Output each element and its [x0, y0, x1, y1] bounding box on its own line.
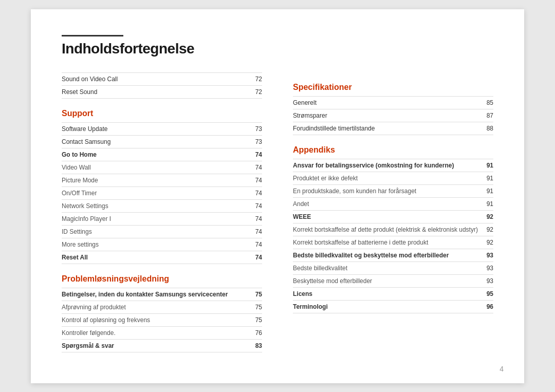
table-row: Bedste billedkvalitet93 — [293, 262, 493, 274]
entry-label: Network Settings — [62, 199, 239, 212]
top-entries-table: Sound on Video Call72Reset Sound72 — [62, 72, 262, 99]
entry-label: Contact Samsung — [62, 135, 239, 148]
entry-page: 72 — [242, 72, 262, 85]
section-heading: Problemløsningsvejledning — [62, 274, 262, 284]
entry-label: Bedste billedkvalitet — [293, 262, 486, 274]
entry-page: 92 — [486, 210, 493, 223]
table-row: Picture Mode74 — [62, 174, 262, 186]
entry-label: Licens — [293, 287, 486, 300]
entry-label: Video Wall — [62, 161, 239, 174]
table-row: Video Wall74 — [62, 161, 262, 174]
table-row: Terminologi96 — [293, 300, 493, 313]
table-row: On/Off Timer74 — [62, 186, 262, 199]
table-row: En produktskade, som kunden har forårsag… — [293, 184, 493, 197]
content-grid: Sound on Video Call72Reset Sound72 Suppo… — [62, 72, 493, 358]
table-row: Network Settings74 — [62, 199, 262, 212]
section-table: Betingelser, inden du kontakter Samsungs… — [62, 288, 262, 352]
entry-label: Terminologi — [293, 300, 486, 313]
entry-page: 76 — [254, 326, 262, 339]
entry-label: Afprøvning af produktet — [62, 301, 254, 313]
table-row: Korrekt bortskaffelse af dette produkt (… — [293, 223, 493, 236]
entry-page: 91 — [486, 159, 493, 172]
table-row: Reset Sound72 — [62, 85, 262, 98]
entry-page: 92 — [486, 236, 493, 249]
section-heading: Specifikationer — [293, 83, 493, 92]
entry-page: 75 — [254, 288, 262, 301]
page: Indholdsfortegnelse Sound on Video Call7… — [31, 9, 524, 383]
entry-label: ID Settings — [62, 225, 239, 238]
table-row: Generelt85 — [293, 96, 493, 109]
entry-label: Spørgsmål & svar — [62, 339, 254, 352]
table-row: WEEE92 — [293, 210, 493, 223]
entry-page: 74 — [239, 212, 262, 225]
entry-label: Sound on Video Call — [62, 72, 242, 85]
section-heading: Appendiks — [293, 145, 493, 155]
table-row: Beskyttelse mod efterbilleder93 — [293, 274, 493, 287]
entry-label: Reset Sound — [62, 85, 242, 98]
entry-page: 74 — [239, 186, 262, 199]
entry-label: Go to Home — [62, 148, 239, 161]
table-row: Betingelser, inden du kontakter Samsungs… — [62, 288, 262, 301]
entry-label: WEEE — [293, 210, 486, 223]
title-bar — [62, 35, 123, 36]
section-block: SupportSoftware Update73Contact Samsung7… — [62, 109, 262, 264]
section-block: SpecifikationerGenerelt85Strømsparer87Fo… — [293, 83, 493, 135]
entry-label: Reset All — [62, 251, 239, 264]
section-table: Software Update73Contact Samsung73Go to … — [62, 122, 262, 264]
table-row: Forudindstillede timertilstande88 — [293, 122, 493, 135]
section-block: ProblemløsningsvejledningBetingelser, in… — [62, 274, 262, 352]
entry-page: 93 — [486, 249, 493, 262]
entry-page: 73 — [239, 135, 262, 148]
entry-page: 87 — [478, 109, 493, 122]
entry-label: Kontroller følgende. — [62, 326, 254, 339]
table-row: Kontrol af opløsning og frekvens75 — [62, 313, 262, 326]
table-row: Go to Home74 — [62, 148, 262, 161]
entry-page: 85 — [478, 96, 493, 109]
entry-label: Betingelser, inden du kontakter Samsungs… — [62, 288, 254, 301]
table-row: Produktet er ikke defekt91 — [293, 172, 493, 184]
section-table: Ansvar for betalingsservice (omkostning … — [293, 159, 493, 313]
entry-page: 73 — [239, 122, 262, 135]
table-row: Contact Samsung73 — [62, 135, 262, 148]
entry-label: Produktet er ikke defekt — [293, 172, 486, 184]
entry-label: Forudindstillede timertilstande — [293, 122, 478, 135]
entry-label: Software Update — [62, 122, 239, 135]
entry-label: Korrekt bortskaffelse af dette produkt (… — [293, 223, 486, 236]
entry-page: 92 — [486, 223, 493, 236]
left-column: Sound on Video Call72Reset Sound72 Suppo… — [62, 72, 262, 358]
entry-page: 96 — [486, 300, 493, 313]
page-number: 4 — [499, 365, 504, 373]
entry-label: Beskyttelse mod efterbilleder — [293, 274, 486, 287]
entry-page: 88 — [478, 122, 493, 135]
entry-page: 91 — [486, 172, 493, 184]
entry-label: Ansvar for betalingsservice (omkostning … — [293, 159, 486, 172]
table-row: Sound on Video Call72 — [62, 72, 262, 85]
entry-page: 75 — [254, 301, 262, 313]
table-row: Spørgsmål & svar83 — [62, 339, 262, 352]
entry-page: 74 — [239, 148, 262, 161]
entry-page: 72 — [242, 85, 262, 98]
entry-label: Strømsparer — [293, 109, 478, 122]
entry-page: 74 — [239, 251, 262, 264]
table-row: ID Settings74 — [62, 225, 262, 238]
table-row: Strømsparer87 — [293, 109, 493, 122]
entry-page: 83 — [254, 339, 262, 352]
table-row: Kontroller følgende.76 — [62, 326, 262, 339]
entry-page: 91 — [486, 197, 493, 210]
table-row: Ansvar for betalingsservice (omkostning … — [293, 159, 493, 172]
page-title: Indholdsfortegnelse — [62, 41, 493, 57]
entry-label: Korrekt bortskaffelse af batterierne i d… — [293, 236, 486, 249]
entry-page: 74 — [239, 161, 262, 174]
entry-page: 74 — [239, 238, 262, 251]
table-row: Afprøvning af produktet75 — [62, 301, 262, 313]
entry-label: MagicInfo Player I — [62, 212, 239, 225]
table-row: Bedste billedkvalitet og beskyttelse mod… — [293, 249, 493, 262]
entry-page: 95 — [486, 287, 493, 300]
entry-label: More settings — [62, 238, 239, 251]
entry-page: 91 — [486, 184, 493, 197]
entry-label: Generelt — [293, 96, 478, 109]
table-row: Korrekt bortskaffelse af batterierne i d… — [293, 236, 493, 249]
entry-label: Bedste billedkvalitet og beskyttelse mod… — [293, 249, 486, 262]
entry-page: 93 — [486, 262, 493, 274]
section-heading: Support — [62, 109, 262, 118]
